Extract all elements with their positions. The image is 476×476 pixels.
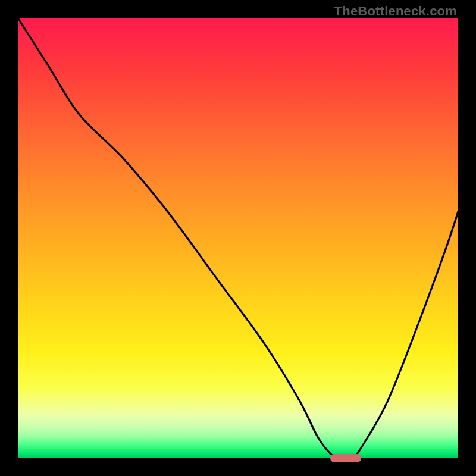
minimum-marker: [330, 454, 361, 462]
bottleneck-curve: [18, 18, 458, 458]
watermark-text: TheBottleneck.com: [334, 4, 457, 19]
bottleneck-curve-path: [18, 18, 458, 458]
plot-area: [18, 18, 458, 458]
chart-frame: TheBottleneck.com: [0, 0, 476, 476]
